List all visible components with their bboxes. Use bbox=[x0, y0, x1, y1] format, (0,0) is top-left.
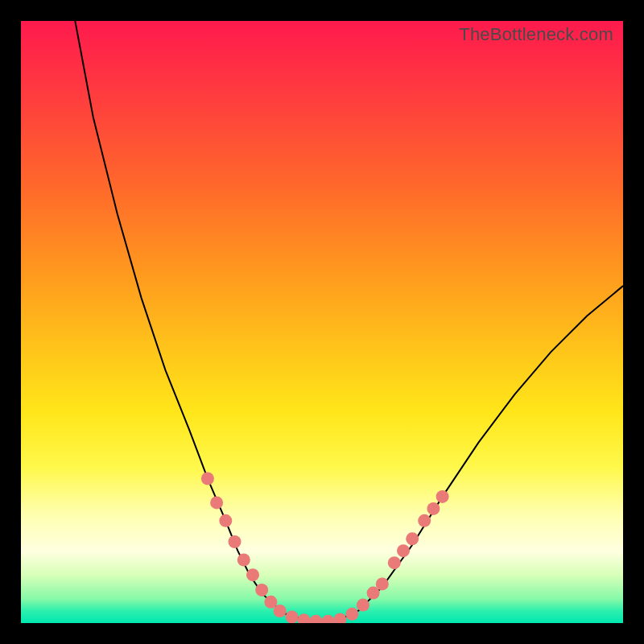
marker-dot bbox=[255, 584, 268, 597]
marker-dot bbox=[201, 473, 214, 485]
marker-dot bbox=[333, 613, 346, 624]
marker-dot bbox=[376, 577, 389, 590]
marker-dot bbox=[219, 514, 232, 527]
marker-dot bbox=[388, 556, 401, 569]
marker-dot bbox=[274, 605, 287, 617]
marker-dot bbox=[322, 615, 335, 623]
chart-frame: TheBottleneck.com bbox=[0, 0, 644, 644]
marker-dot bbox=[246, 568, 259, 581]
marker-dot bbox=[427, 502, 440, 515]
marker-dot bbox=[418, 514, 431, 527]
marker-dot bbox=[286, 611, 299, 624]
marker-dot bbox=[345, 608, 358, 621]
marker-group bbox=[201, 473, 449, 624]
marker-dot bbox=[357, 599, 369, 612]
marker-dot bbox=[298, 613, 311, 623]
marker-dot bbox=[237, 554, 250, 567]
bottleneck-curve-path bbox=[75, 21, 623, 621]
marker-dot bbox=[210, 496, 223, 509]
plot-area: TheBottleneck.com bbox=[21, 21, 623, 623]
marker-dot bbox=[406, 532, 419, 545]
marker-dot bbox=[436, 490, 449, 503]
marker-dot bbox=[397, 544, 410, 557]
marker-dot bbox=[229, 535, 242, 548]
marker-dot bbox=[310, 615, 323, 623]
chart-svg bbox=[21, 21, 623, 623]
